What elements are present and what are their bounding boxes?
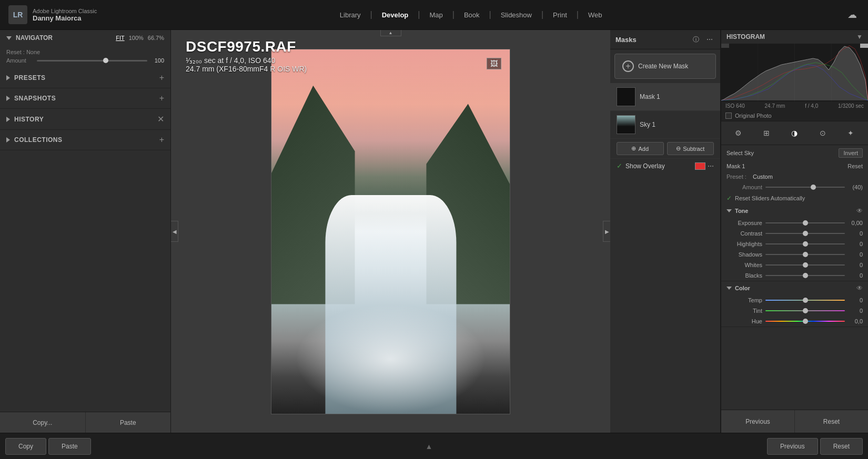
paste-button[interactable]: Paste [86,412,171,433]
whites-slider[interactable] [765,261,845,269]
amount-sl-track[interactable] [765,187,845,188]
select-sky-label: Select Sky [726,150,754,156]
create-new-mask-button[interactable]: + Create New Mask [614,54,716,79]
masking-icon[interactable]: ◑ [786,126,803,140]
collapse-right-btn[interactable]: ▶ [603,221,610,242]
temp-value: 0 [848,297,863,303]
shadows-slider[interactable] [765,251,845,258]
bottom-reset-button[interactable]: Reset [820,438,863,455]
preset-value: Custom [753,174,773,180]
bottom-center: ▲ [91,442,767,451]
snapshots-header[interactable]: Snapshots + [0,88,170,108]
app-name-label: Adobe Lightroom Classic [33,8,97,14]
show-overlay-check-icon[interactable]: ✓ [617,162,622,170]
settings-icon[interactable]: ✦ [842,126,859,140]
mask1-thumbnail [617,87,635,106]
subtract-button[interactable]: ⊖ Subtract [667,142,714,155]
top-collapse-btn[interactable]: ▲ [380,30,401,36]
snapshots-add-icon[interactable]: + [159,94,164,103]
mask-item-sky1[interactable]: Sky 1 [610,111,720,139]
highlights-slider[interactable] [765,240,845,248]
amount-label: Amount [6,57,33,64]
masks-info-icon[interactable]: ⓘ [691,34,701,45]
sky1-thumbnail [617,115,635,134]
navigator-header: Navigator FIT 100% 66.7% [0,30,170,46]
invert-button[interactable]: Invert [839,148,863,158]
histogram-arrow-icon[interactable]: ▼ [856,33,863,40]
reset-sliders-check-icon[interactable]: ✓ [726,195,732,202]
bottom-right-buttons: Previous Reset [767,438,863,455]
tone-header[interactable]: Tone 👁 [721,204,868,218]
nav-book[interactable]: Book [457,8,487,22]
blacks-slider[interactable] [765,272,845,279]
history-header[interactable]: History ✕ [0,109,170,129]
histogram-canvas [721,44,868,101]
subtract-icon: ⊖ [676,145,681,152]
cloud-icon[interactable]: ☁ [845,7,860,22]
preset-amount-area: Reset : None Amount 100 [0,46,170,68]
collapse-left-btn[interactable]: ◀ [171,221,178,242]
tone-visibility-icon[interactable]: 👁 [856,207,863,215]
redeye-icon[interactable]: ⊙ [814,126,831,140]
reset-none-row: Reset : None [6,49,164,55]
amount-slider-value: (40) [848,184,863,190]
nav-develop[interactable]: Develop [375,8,416,22]
whites-row: Whites 0 [721,260,868,270]
photo-icon: 🖼 [490,59,498,68]
nav-print[interactable]: Print [546,8,574,22]
color-header[interactable]: Color 👁 [721,281,868,295]
presets-add-icon[interactable]: + [159,73,164,83]
nav-slideshow[interactable]: Slideshow [493,8,539,22]
navigator-panel: Navigator FIT 100% 66.7% [0,30,170,46]
zoom-fit[interactable]: FIT [116,35,125,41]
navigator-zoom-options: FIT 100% 66.7% [116,35,164,41]
overlay-color-swatch[interactable] [695,162,705,170]
tint-slider[interactable] [765,307,845,314]
nav-map[interactable]: Map [422,8,450,22]
history-clear-icon[interactable]: ✕ [157,114,164,124]
zoom-66[interactable]: 66.7% [148,35,164,41]
original-photo-checkbox[interactable] [725,113,732,119]
add-button[interactable]: ⊕ Add [617,142,664,155]
show-overlay-left: ✓ Show Overlay [617,162,665,170]
hue-row: Hue 0,0 [721,316,868,327]
temp-slider[interactable] [765,297,845,304]
bottom-previous-button[interactable]: Previous [767,438,818,455]
collections-header[interactable]: Collections + [0,130,170,150]
contrast-slider[interactable] [765,230,845,237]
amount-slider[interactable] [37,60,147,62]
hue-slider[interactable] [765,318,845,325]
show-overlay-ellipsis-icon[interactable]: ⋯ [708,162,714,170]
photo-icon-overlay: 🖼 [487,58,501,69]
tone-title: Tone [735,208,748,214]
previous-button[interactable]: Previous [721,410,795,433]
collections-add-icon[interactable]: + [159,135,164,145]
crop-icon[interactable]: ⊞ [758,126,775,140]
zoom-100[interactable]: 100% [129,35,144,41]
nav-web[interactable]: Web [581,8,610,22]
show-overlay-right: ⋯ [695,162,714,170]
blacks-label: Blacks [726,272,762,279]
nav-library[interactable]: Library [332,8,368,22]
adjustments-icon[interactable]: ⚙ [730,126,747,140]
exposure-row: Exposure 0,00 [721,218,868,228]
presets-header[interactable]: Presets + [0,68,170,88]
lr-logo: LR [8,5,27,24]
mask-item-1[interactable]: Mask 1 [610,83,720,111]
presets-expand-icon [6,75,10,80]
color-visibility-icon[interactable]: 👁 [856,284,863,292]
tool-icons-row: ⚙ ⊞ ◑ ⊙ ✦ [721,121,868,145]
image-area: ▲ ◀ DSCF9975.RAF ¹⁄₃₂₀₀ sec at f / 4,0, … [171,30,610,433]
bottom-copy-button[interactable]: Copy [5,438,46,455]
navigator-expand-icon [6,36,12,40]
reset-button[interactable]: Reset [795,410,868,433]
create-mask-plus-icon: + [622,60,634,72]
copy-button[interactable]: Copy... [0,412,86,433]
svg-rect-5 [721,44,729,48]
collections-expand-icon [6,137,10,142]
tone-expand-icon [726,209,732,212]
exposure-slider[interactable] [765,219,845,227]
masks-more-icon[interactable]: ⋯ [704,34,715,45]
mask1-reset-btn[interactable]: Reset [847,163,863,169]
bottom-paste-button[interactable]: Paste [48,438,91,455]
